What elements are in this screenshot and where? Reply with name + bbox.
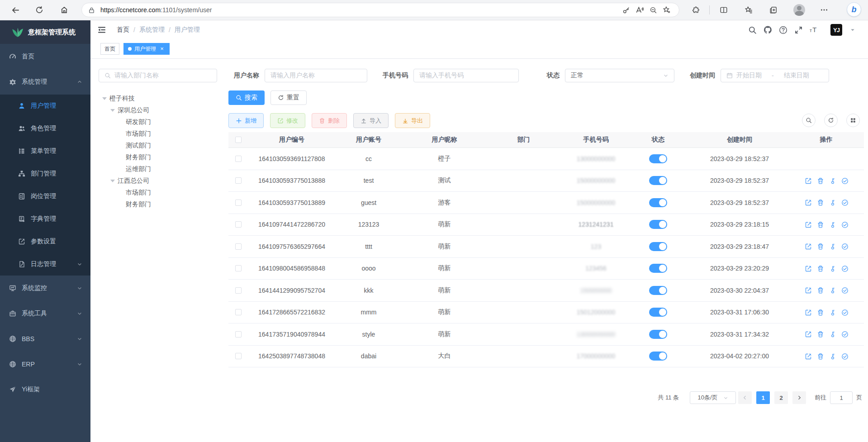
row-assign-role-button[interactable] [841,177,848,184]
breadcrumb-item[interactable]: 系统管理 [139,26,165,34]
tree-node-运维部门[interactable]: 运维部门 [99,163,217,175]
date-range-input[interactable]: 开始日期 - 结束日期 [721,69,829,82]
split-screen-icon[interactable] [716,3,731,17]
status-toggle[interactable] [649,308,667,317]
row-edit-button[interactable] [805,353,811,360]
breadcrumb-item[interactable]: 首页 [117,26,129,34]
search-button[interactable]: 搜索 [228,90,265,105]
delete-button[interactable]: 删除 [312,113,347,128]
page-button-1[interactable]: 1 [756,391,770,404]
row-assign-role-button[interactable] [841,265,848,272]
row-reset-password-button[interactable] [829,199,836,206]
help-icon[interactable] [779,26,787,34]
row-reset-password-button[interactable] [829,309,836,316]
sidebar-item-系统工具[interactable]: 系统工具 [0,301,90,326]
row-assign-role-button[interactable] [841,243,848,250]
status-toggle[interactable] [649,198,667,207]
tab-首页[interactable]: 首页 [100,43,119,55]
tree-node-市场部门[interactable]: 市场部门 [99,128,217,140]
prev-page-button[interactable] [738,391,752,404]
row-delete-button[interactable] [817,265,824,272]
show-search-button[interactable] [802,114,816,127]
row-edit-button[interactable] [805,243,811,250]
row-reset-password-button[interactable] [829,331,836,337]
row-delete-button[interactable] [817,177,824,184]
username-input[interactable]: 请输入用户名称 [265,69,367,82]
status-toggle[interactable] [649,220,667,229]
tree-node-江西总公司[interactable]: 江西总公司 [99,175,217,187]
sidebar-item-erp[interactable]: ERP [0,352,90,377]
browser-menu-button[interactable] [817,3,831,17]
tree-node-财务部门[interactable]: 财务部门 [99,152,217,163]
row-assign-role-button[interactable] [841,199,848,206]
status-toggle[interactable] [649,352,667,361]
status-toggle[interactable] [649,176,667,185]
row-assign-role-button[interactable] [841,287,848,294]
sidebar-item-岗位管理[interactable]: 岗位管理 [0,185,90,208]
profile-avatar[interactable] [792,3,806,17]
row-delete-button[interactable] [817,331,824,337]
sidebar-item-用户管理[interactable]: 用户管理 [0,95,90,117]
row-reset-password-button[interactable] [829,177,836,184]
row-delete-button[interactable] [817,287,824,294]
edit-button[interactable]: 修改 [270,113,305,128]
zoom-out-icon[interactable] [646,3,660,17]
status-toggle[interactable] [649,154,667,163]
tree-caret-icon[interactable] [102,97,107,100]
row-assign-role-button[interactable] [841,221,848,228]
sidebar-toggle-icon[interactable] [98,26,106,34]
page-size-select[interactable]: 10条/页 [690,391,736,404]
tree-node-测试部门[interactable]: 测试部门 [99,140,217,152]
import-button[interactable]: 导入 [353,113,389,128]
tree-caret-icon[interactable] [110,109,115,112]
sidebar-item-角色管理[interactable]: 角色管理 [0,117,90,140]
row-assign-role-button[interactable] [841,331,848,337]
status-toggle[interactable] [649,330,667,339]
row-reset-password-button[interactable] [829,221,836,228]
tree-node-橙子科技[interactable]: 橙子科技 [99,93,217,105]
next-page-button[interactable] [792,391,806,404]
tree-caret-icon[interactable] [110,180,115,182]
fullscreen-icon[interactable] [794,26,803,34]
export-button[interactable]: 导出 [395,113,430,128]
sidebar-item-系统监控[interactable]: 系统监控 [0,276,90,301]
browser-back-button[interactable] [8,2,23,18]
avatar-caret-icon[interactable] [850,27,855,33]
status-select[interactable]: 正常 [565,69,674,82]
sidebar-item-部门管理[interactable]: 部门管理 [0,162,90,185]
tree-node-市场部门[interactable]: 市场部门 [99,187,217,199]
row-edit-button[interactable] [805,287,811,294]
row-checkbox[interactable] [235,353,242,359]
sidebar-item-首页[interactable]: 首页 [0,44,90,69]
row-edit-button[interactable] [805,221,811,228]
row-checkbox[interactable] [235,221,242,228]
row-edit-button[interactable] [805,309,811,316]
row-delete-button[interactable] [817,309,824,316]
row-delete-button[interactable] [817,221,824,228]
row-checkbox[interactable] [235,177,242,184]
row-delete-button[interactable] [817,353,824,360]
sidebar-item-日志管理[interactable]: 日志管理 [0,253,90,276]
bing-chat-button[interactable]: b [847,2,861,17]
tree-node-财务部门[interactable]: 财务部门 [99,199,217,210]
row-reset-password-button[interactable] [829,243,836,250]
status-toggle[interactable] [649,242,667,251]
sidebar-item-参数设置[interactable]: 参数设置 [0,230,90,253]
row-reset-password-button[interactable] [829,287,836,294]
password-key-icon[interactable] [619,3,633,17]
row-checkbox[interactable] [235,156,242,162]
goto-page-input[interactable]: 1 [830,391,853,404]
favorite-add-icon[interactable] [660,3,674,17]
row-delete-button[interactable] [817,243,824,250]
row-checkbox[interactable] [235,331,242,337]
status-toggle[interactable] [649,264,667,273]
read-aloud-icon[interactable] [633,3,646,17]
sidebar-item-系统管理[interactable]: 系统管理 [0,69,90,95]
row-assign-role-button[interactable] [841,353,848,360]
row-reset-password-button[interactable] [829,265,836,272]
favorites-icon[interactable] [741,3,756,17]
add-button[interactable]: 新增 [228,113,264,128]
row-checkbox[interactable] [235,265,242,271]
user-avatar[interactable]: YJ [830,24,842,36]
sidebar-item-字典管理[interactable]: 字典管理 [0,208,90,230]
